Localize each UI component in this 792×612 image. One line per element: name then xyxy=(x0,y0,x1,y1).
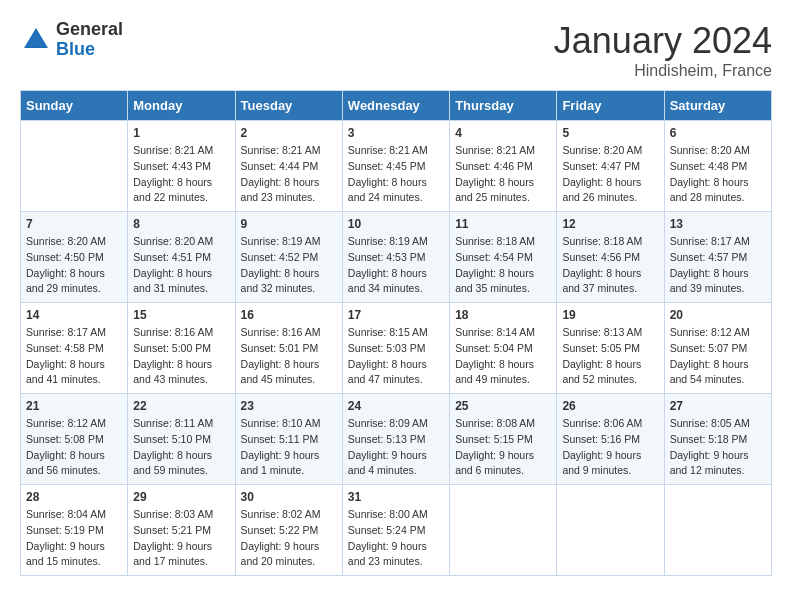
calendar-cell: 29Sunrise: 8:03 AMSunset: 5:21 PMDayligh… xyxy=(128,485,235,576)
calendar-cell: 25Sunrise: 8:08 AMSunset: 5:15 PMDayligh… xyxy=(450,394,557,485)
day-info: Sunrise: 8:20 AMSunset: 4:47 PMDaylight:… xyxy=(562,143,658,206)
day-number: 25 xyxy=(455,399,551,413)
day-info: Sunrise: 8:21 AMSunset: 4:45 PMDaylight:… xyxy=(348,143,444,206)
calendar-cell: 19Sunrise: 8:13 AMSunset: 5:05 PMDayligh… xyxy=(557,303,664,394)
logo-line2: Blue xyxy=(56,40,123,60)
calendar-cell: 31Sunrise: 8:00 AMSunset: 5:24 PMDayligh… xyxy=(342,485,449,576)
day-number: 11 xyxy=(455,217,551,231)
day-number: 3 xyxy=(348,126,444,140)
weekday-header: Monday xyxy=(128,91,235,121)
day-number: 26 xyxy=(562,399,658,413)
day-number: 5 xyxy=(562,126,658,140)
location-subtitle: Hindisheim, France xyxy=(554,62,772,80)
day-number: 6 xyxy=(670,126,766,140)
weekday-header: Thursday xyxy=(450,91,557,121)
calendar-cell: 22Sunrise: 8:11 AMSunset: 5:10 PMDayligh… xyxy=(128,394,235,485)
calendar-cell: 8Sunrise: 8:20 AMSunset: 4:51 PMDaylight… xyxy=(128,212,235,303)
day-info: Sunrise: 8:06 AMSunset: 5:16 PMDaylight:… xyxy=(562,416,658,479)
day-number: 1 xyxy=(133,126,229,140)
day-info: Sunrise: 8:18 AMSunset: 4:56 PMDaylight:… xyxy=(562,234,658,297)
day-info: Sunrise: 8:09 AMSunset: 5:13 PMDaylight:… xyxy=(348,416,444,479)
calendar-cell: 21Sunrise: 8:12 AMSunset: 5:08 PMDayligh… xyxy=(21,394,128,485)
day-info: Sunrise: 8:10 AMSunset: 5:11 PMDaylight:… xyxy=(241,416,337,479)
day-info: Sunrise: 8:21 AMSunset: 4:46 PMDaylight:… xyxy=(455,143,551,206)
calendar-cell: 7Sunrise: 8:20 AMSunset: 4:50 PMDaylight… xyxy=(21,212,128,303)
weekday-header: Sunday xyxy=(21,91,128,121)
logo-icon xyxy=(20,24,52,56)
day-number: 16 xyxy=(241,308,337,322)
page-header: General Blue January 2024 Hindisheim, Fr… xyxy=(20,20,772,80)
calendar-cell xyxy=(664,485,771,576)
day-number: 4 xyxy=(455,126,551,140)
day-number: 23 xyxy=(241,399,337,413)
logo: General Blue xyxy=(20,20,123,60)
day-info: Sunrise: 8:12 AMSunset: 5:07 PMDaylight:… xyxy=(670,325,766,388)
calendar-table: SundayMondayTuesdayWednesdayThursdayFrid… xyxy=(20,90,772,576)
day-number: 2 xyxy=(241,126,337,140)
calendar-cell xyxy=(557,485,664,576)
month-title: January 2024 xyxy=(554,20,772,62)
day-number: 14 xyxy=(26,308,122,322)
day-number: 8 xyxy=(133,217,229,231)
weekday-header: Wednesday xyxy=(342,91,449,121)
day-number: 15 xyxy=(133,308,229,322)
day-info: Sunrise: 8:20 AMSunset: 4:48 PMDaylight:… xyxy=(670,143,766,206)
day-info: Sunrise: 8:17 AMSunset: 4:58 PMDaylight:… xyxy=(26,325,122,388)
calendar-cell: 2Sunrise: 8:21 AMSunset: 4:44 PMDaylight… xyxy=(235,121,342,212)
calendar-week-row: 1Sunrise: 8:21 AMSunset: 4:43 PMDaylight… xyxy=(21,121,772,212)
calendar-week-row: 14Sunrise: 8:17 AMSunset: 4:58 PMDayligh… xyxy=(21,303,772,394)
calendar-cell: 14Sunrise: 8:17 AMSunset: 4:58 PMDayligh… xyxy=(21,303,128,394)
calendar-cell: 5Sunrise: 8:20 AMSunset: 4:47 PMDaylight… xyxy=(557,121,664,212)
calendar-week-row: 28Sunrise: 8:04 AMSunset: 5:19 PMDayligh… xyxy=(21,485,772,576)
calendar-cell: 4Sunrise: 8:21 AMSunset: 4:46 PMDaylight… xyxy=(450,121,557,212)
calendar-cell: 9Sunrise: 8:19 AMSunset: 4:52 PMDaylight… xyxy=(235,212,342,303)
day-info: Sunrise: 8:00 AMSunset: 5:24 PMDaylight:… xyxy=(348,507,444,570)
calendar-header-row: SundayMondayTuesdayWednesdayThursdayFrid… xyxy=(21,91,772,121)
day-number: 30 xyxy=(241,490,337,504)
day-number: 17 xyxy=(348,308,444,322)
day-info: Sunrise: 8:13 AMSunset: 5:05 PMDaylight:… xyxy=(562,325,658,388)
day-number: 21 xyxy=(26,399,122,413)
calendar-cell: 16Sunrise: 8:16 AMSunset: 5:01 PMDayligh… xyxy=(235,303,342,394)
day-info: Sunrise: 8:16 AMSunset: 5:00 PMDaylight:… xyxy=(133,325,229,388)
day-number: 29 xyxy=(133,490,229,504)
calendar-cell: 23Sunrise: 8:10 AMSunset: 5:11 PMDayligh… xyxy=(235,394,342,485)
day-info: Sunrise: 8:19 AMSunset: 4:53 PMDaylight:… xyxy=(348,234,444,297)
calendar-cell: 6Sunrise: 8:20 AMSunset: 4:48 PMDaylight… xyxy=(664,121,771,212)
calendar-week-row: 21Sunrise: 8:12 AMSunset: 5:08 PMDayligh… xyxy=(21,394,772,485)
day-number: 12 xyxy=(562,217,658,231)
day-info: Sunrise: 8:12 AMSunset: 5:08 PMDaylight:… xyxy=(26,416,122,479)
day-info: Sunrise: 8:18 AMSunset: 4:54 PMDaylight:… xyxy=(455,234,551,297)
calendar-cell: 13Sunrise: 8:17 AMSunset: 4:57 PMDayligh… xyxy=(664,212,771,303)
day-info: Sunrise: 8:11 AMSunset: 5:10 PMDaylight:… xyxy=(133,416,229,479)
calendar-cell: 27Sunrise: 8:05 AMSunset: 5:18 PMDayligh… xyxy=(664,394,771,485)
calendar-body: 1Sunrise: 8:21 AMSunset: 4:43 PMDaylight… xyxy=(21,121,772,576)
calendar-cell: 18Sunrise: 8:14 AMSunset: 5:04 PMDayligh… xyxy=(450,303,557,394)
day-number: 7 xyxy=(26,217,122,231)
calendar-week-row: 7Sunrise: 8:20 AMSunset: 4:50 PMDaylight… xyxy=(21,212,772,303)
weekday-header: Saturday xyxy=(664,91,771,121)
calendar-cell: 17Sunrise: 8:15 AMSunset: 5:03 PMDayligh… xyxy=(342,303,449,394)
calendar-cell: 10Sunrise: 8:19 AMSunset: 4:53 PMDayligh… xyxy=(342,212,449,303)
calendar-cell: 1Sunrise: 8:21 AMSunset: 4:43 PMDaylight… xyxy=(128,121,235,212)
day-number: 22 xyxy=(133,399,229,413)
day-info: Sunrise: 8:20 AMSunset: 4:50 PMDaylight:… xyxy=(26,234,122,297)
calendar-cell: 11Sunrise: 8:18 AMSunset: 4:54 PMDayligh… xyxy=(450,212,557,303)
calendar-cell: 24Sunrise: 8:09 AMSunset: 5:13 PMDayligh… xyxy=(342,394,449,485)
day-number: 19 xyxy=(562,308,658,322)
day-info: Sunrise: 8:20 AMSunset: 4:51 PMDaylight:… xyxy=(133,234,229,297)
title-block: January 2024 Hindisheim, France xyxy=(554,20,772,80)
weekday-header: Tuesday xyxy=(235,91,342,121)
day-number: 18 xyxy=(455,308,551,322)
day-number: 31 xyxy=(348,490,444,504)
day-info: Sunrise: 8:21 AMSunset: 4:43 PMDaylight:… xyxy=(133,143,229,206)
day-number: 28 xyxy=(26,490,122,504)
weekday-header: Friday xyxy=(557,91,664,121)
day-info: Sunrise: 8:21 AMSunset: 4:44 PMDaylight:… xyxy=(241,143,337,206)
day-number: 13 xyxy=(670,217,766,231)
calendar-cell: 28Sunrise: 8:04 AMSunset: 5:19 PMDayligh… xyxy=(21,485,128,576)
day-info: Sunrise: 8:02 AMSunset: 5:22 PMDaylight:… xyxy=(241,507,337,570)
day-number: 27 xyxy=(670,399,766,413)
day-number: 20 xyxy=(670,308,766,322)
day-info: Sunrise: 8:17 AMSunset: 4:57 PMDaylight:… xyxy=(670,234,766,297)
